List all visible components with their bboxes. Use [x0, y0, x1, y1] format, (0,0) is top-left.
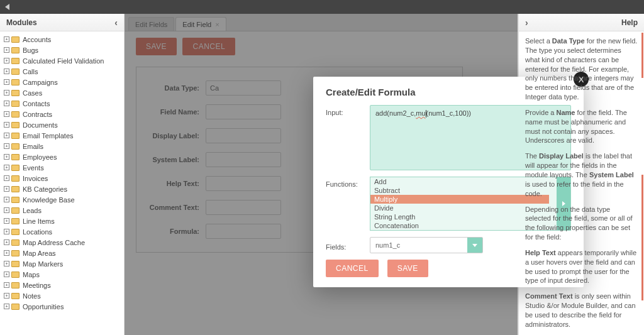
folder-icon [11, 143, 19, 150]
folder-icon [11, 250, 19, 256]
folder-icon [11, 90, 19, 96]
help-accent-icon [641, 175, 643, 300]
expand-icon[interactable]: + [4, 90, 9, 96]
sidebar-item[interactable]: +Map Markers [4, 258, 120, 269]
folder-icon [11, 79, 19, 85]
modal-cancel-button[interactable]: CANCEL [326, 260, 379, 277]
expand-icon[interactable]: + [4, 111, 9, 117]
sidebar-item[interactable]: +Campaigns [4, 77, 120, 87]
expand-icon[interactable]: + [4, 186, 9, 192]
sidebar-item-label: Knowledge Base [23, 196, 75, 204]
expand-icon[interactable]: + [4, 122, 9, 128]
expand-icon[interactable]: + [4, 165, 9, 170]
modules-tree: +Accounts+Bugs+Calculated Field Validati… [0, 31, 124, 335]
sidebar-item[interactable]: +Knowledge Base [4, 194, 120, 205]
sidebar-item[interactable]: +Documents [4, 119, 120, 130]
expand-icon[interactable]: + [4, 133, 9, 138]
folder-icon [11, 36, 19, 43]
sidebar-item-label: Map Address Cache [23, 239, 85, 246]
folder-icon [11, 154, 19, 160]
folder-icon [11, 111, 19, 118]
sidebar-item[interactable]: +Opportunities [4, 301, 120, 312]
sidebar-item[interactable]: +Calculated Field Validation [4, 55, 120, 66]
expand-icon[interactable]: + [4, 272, 9, 277]
triangle-down-icon [472, 244, 477, 247]
sidebar-item[interactable]: +Notes [4, 290, 120, 301]
sidebar-item[interactable]: +Leads [4, 205, 120, 216]
sidebar-item[interactable]: +Email Templates [4, 130, 120, 141]
sidebar-item[interactable]: +Events [4, 162, 120, 173]
expand-icon[interactable]: + [4, 250, 9, 256]
sidebar-item[interactable]: +Emails [4, 141, 120, 151]
topbar [0, 0, 644, 14]
sidebar-item-label: KB Categories [23, 185, 67, 193]
sidebar-item-label: Map Markers [23, 260, 63, 268]
sidebar-item-label: Calculated Field Validation [23, 57, 104, 65]
folder-icon [11, 218, 19, 224]
expand-icon[interactable]: + [4, 154, 9, 160]
folder-icon [11, 186, 19, 192]
help-paragraph: Comment Text is only seen within Studio … [525, 292, 638, 329]
sidebar-item[interactable]: +Calls [4, 66, 120, 77]
expand-icon[interactable]: + [4, 229, 9, 234]
sidebar-item[interactable]: +Accounts [4, 34, 120, 45]
folder-icon [11, 133, 19, 139]
sidebar-item[interactable]: +Contracts [4, 109, 120, 119]
sidebar-item-label: Calls [23, 68, 38, 75]
sidebar-item[interactable]: +Line Items [4, 216, 120, 226]
help-paragraph: Provide a Name for the field. The name m… [525, 108, 638, 145]
sidebar-item[interactable]: +Employees [4, 151, 120, 162]
expand-icon[interactable]: + [4, 79, 9, 85]
sidebar-item[interactable]: +KB Categories [4, 184, 120, 194]
modules-title: Modules [6, 18, 37, 27]
sidebar-item[interactable]: +Bugs [4, 45, 120, 55]
sidebar-item-label: Maps [23, 271, 40, 278]
expand-icon[interactable]: + [4, 36, 9, 42]
expand-icon[interactable]: + [4, 143, 9, 149]
expand-icon[interactable]: + [4, 239, 9, 245]
expand-icon[interactable]: + [4, 282, 9, 288]
help-paragraph: Depending on the data type selected for … [525, 205, 638, 242]
expand-icon[interactable]: + [4, 101, 9, 106]
fields-select[interactable]: num1_c [370, 237, 483, 253]
sidebar-item-label: Map Areas [23, 250, 56, 257]
sidebar-item[interactable]: +Locations [4, 226, 120, 237]
expand-icon[interactable]: + [4, 218, 9, 224]
functions-label: Functions: [326, 177, 370, 188]
sidebar-item-label: Bugs [23, 47, 38, 54]
modal-save-button[interactable]: SAVE [387, 260, 428, 277]
sidebar-item[interactable]: +Map Address Cache [4, 237, 120, 248]
help-body: Select a Data Type for the new field. Th… [519, 31, 644, 335]
sidebar-item[interactable]: +Contacts [4, 98, 120, 109]
help-title: Help [621, 18, 638, 27]
help-paragraph: The Display Label is the label that will… [525, 151, 638, 198]
sidebar-item-label: Emails [23, 143, 43, 150]
modules-panel: Modules ‹ +Accounts+Bugs+Calculated Fiel… [0, 14, 125, 335]
sidebar-item[interactable]: +Maps [4, 269, 120, 280]
collapse-left-icon[interactable]: ‹ [114, 18, 118, 28]
folder-icon [11, 304, 19, 310]
expand-icon[interactable]: + [4, 69, 9, 74]
sidebar-item[interactable]: +Meetings [4, 280, 120, 290]
expand-icon[interactable]: + [4, 58, 9, 63]
expand-icon[interactable]: + [4, 197, 9, 202]
sidebar-item[interactable]: +Cases [4, 87, 120, 98]
folder-icon [11, 239, 19, 246]
sidebar-item[interactable]: +Map Areas [4, 248, 120, 258]
folder-icon [11, 261, 19, 267]
expand-icon[interactable]: + [4, 304, 9, 309]
fields-select-toggle[interactable] [467, 238, 482, 253]
folder-icon [11, 197, 19, 203]
expand-icon[interactable]: + [4, 293, 9, 299]
expand-icon[interactable]: + [4, 207, 9, 213]
folder-icon [11, 58, 19, 64]
folder-icon [11, 282, 19, 288]
collapse-right-icon[interactable]: › [525, 18, 528, 28]
sidebar-item-label: Documents [23, 121, 58, 129]
sidebar-item[interactable]: +Invoices [4, 173, 120, 184]
expand-icon[interactable]: + [4, 175, 9, 181]
back-icon[interactable] [5, 4, 9, 10]
expand-icon[interactable]: + [4, 47, 9, 53]
formula-text-wavy: mu [416, 109, 425, 117]
expand-icon[interactable]: + [4, 261, 9, 266]
